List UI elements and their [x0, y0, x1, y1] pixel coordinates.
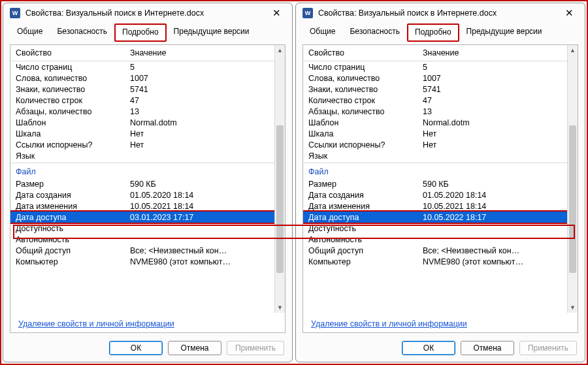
table-row[interactable]: Язык [303, 150, 578, 161]
col-property: Свойство [16, 48, 130, 57]
scroll-down-icon[interactable]: ▼ [275, 302, 285, 313]
dialog-buttons: ОК Отмена Применить [3, 337, 292, 362]
scroll-up-icon[interactable]: ▲ [275, 45, 285, 56]
table-row[interactable]: Знаки, количество5741 [10, 84, 285, 95]
section-label-file: Файл [10, 163, 285, 178]
ok-button[interactable]: ОК [402, 341, 455, 355]
tab-previous-versions[interactable]: Предыдущие версии [459, 24, 549, 42]
remove-properties-link[interactable]: Удаление свойств и личной информации [303, 313, 578, 332]
properties-dialog-left: W Свойства: Визуальный поиск в Интернете… [3, 3, 293, 362]
col-value: Значение [130, 48, 280, 57]
table-row[interactable]: Доступность [303, 223, 578, 234]
window-title: Свойства: Визуальный поиск в Интернете.d… [318, 8, 560, 18]
section-label-file: Файл [303, 163, 578, 178]
apply-button: Применить [519, 341, 577, 355]
table-row[interactable]: Число страниц5 [303, 61, 578, 72]
tab-row: Общие Безопасность Подробно Предыдущие в… [296, 23, 585, 42]
dialog-buttons: ОК Отмена Применить [296, 337, 585, 362]
table-row[interactable]: ШаблонNormal.dotm [303, 117, 578, 128]
windows-pair: W Свойства: Визуальный поиск в Интернете… [1, 1, 587, 364]
table-row[interactable]: Слова, количество1007 [10, 72, 285, 84]
table-row[interactable]: Дата создания01.05.2020 18:14 [303, 189, 578, 200]
scroll-up-icon[interactable]: ▲ [568, 45, 578, 56]
table-row[interactable]: Дата создания01.05.2020 18:14 [10, 189, 285, 200]
close-icon[interactable]: ✕ [267, 7, 286, 19]
table-row[interactable]: Количество строк47 [10, 95, 285, 106]
table-row[interactable]: Общий доступВсе; <Неизвестный кон… [10, 245, 285, 256]
table-row[interactable]: Автономность [303, 234, 578, 245]
word-doc-icon: W [10, 8, 20, 18]
property-grid: Свойство Значение Число страниц5 Слова, … [10, 45, 285, 313]
tab-general[interactable]: Общие [302, 24, 342, 42]
table-row[interactable]: Размер590 КБ [303, 178, 578, 189]
details-panel: Свойство Значение Число страниц5 Слова, … [302, 44, 578, 333]
table-row[interactable]: Язык [10, 150, 285, 161]
details-panel: Свойство Значение Число страниц5 Слова, … [10, 44, 286, 333]
scroll-down-icon[interactable]: ▼ [568, 302, 578, 313]
column-headers: Свойство Значение [10, 45, 285, 61]
word-doc-icon: W [302, 8, 313, 18]
table-row[interactable]: Дата изменения10.05.2021 18:14 [303, 200, 578, 212]
tab-row: Общие Безопасность Подробно Предыдущие в… [3, 23, 292, 42]
table-row[interactable]: Количество строк47 [303, 95, 578, 106]
table-row[interactable]: Автономность [10, 234, 285, 245]
properties-dialog-right: W Свойства: Визуальный поиск в Интернете… [295, 3, 585, 362]
table-row[interactable]: ШкалаНет [10, 128, 285, 139]
tab-general[interactable]: Общие [10, 24, 50, 42]
table-row[interactable]: Дата изменения10.05.2021 18:14 [10, 200, 285, 212]
col-value: Значение [423, 48, 572, 57]
close-icon[interactable]: ✕ [560, 7, 578, 19]
apply-button: Применить [227, 341, 284, 355]
tab-security[interactable]: Безопасность [342, 24, 407, 42]
titlebar: W Свойства: Визуальный поиск в Интернете… [3, 3, 292, 23]
scrollbar[interactable]: ▲ ▼ [274, 45, 285, 313]
table-row[interactable]: Общий доступВсе; <Неизвестный кон… [303, 245, 578, 256]
table-row-access-date[interactable]: Дата доступа10.05.2022 18:17 [303, 212, 578, 223]
table-row[interactable]: ШаблонNormal.dotm [10, 117, 285, 128]
tab-details[interactable]: Подробно [407, 24, 459, 42]
table-row[interactable]: КомпьютерNVME980 (этот компьют… [303, 256, 578, 267]
column-headers: Свойство Значение [303, 45, 578, 61]
col-property: Свойство [308, 48, 423, 57]
remove-properties-link[interactable]: Удаление свойств и личной информации [10, 313, 285, 332]
property-grid: Свойство Значение Число страниц5 Слова, … [303, 45, 578, 313]
scroll-thumb[interactable] [276, 125, 284, 273]
titlebar: W Свойства: Визуальный поиск в Интернете… [296, 3, 585, 23]
tab-previous-versions[interactable]: Предыдущие версии [167, 24, 257, 42]
scrollbar[interactable]: ▲ ▼ [567, 45, 578, 313]
table-row[interactable]: Абзацы, количество13 [10, 106, 285, 117]
tab-details[interactable]: Подробно [114, 24, 167, 42]
table-row[interactable]: Размер590 КБ [10, 178, 285, 189]
table-row[interactable]: Знаки, количество5741 [303, 84, 578, 95]
table-row[interactable]: Абзацы, количество13 [303, 106, 578, 117]
table-row-access-date[interactable]: Дата доступа03.01.2023 17:17 [10, 212, 285, 223]
table-row[interactable]: ШкалаНет [303, 128, 578, 139]
table-row[interactable]: Доступность [10, 223, 285, 234]
table-row[interactable]: Слова, количество1007 [303, 72, 578, 84]
ok-button[interactable]: ОК [109, 341, 163, 355]
table-row[interactable]: Ссылки испорчены?Нет [10, 139, 285, 150]
table-row[interactable]: КомпьютерNVME980 (этот компьют… [10, 256, 285, 267]
window-title: Свойства: Визуальный поиск в Интернете.d… [25, 8, 267, 18]
tab-security[interactable]: Безопасность [50, 24, 114, 42]
cancel-button[interactable]: Отмена [461, 341, 514, 355]
table-row[interactable]: Число страниц5 [10, 61, 285, 72]
table-row[interactable]: Ссылки испорчены?Нет [303, 139, 578, 150]
cancel-button[interactable]: Отмена [168, 341, 221, 355]
scroll-thumb[interactable] [569, 125, 576, 273]
